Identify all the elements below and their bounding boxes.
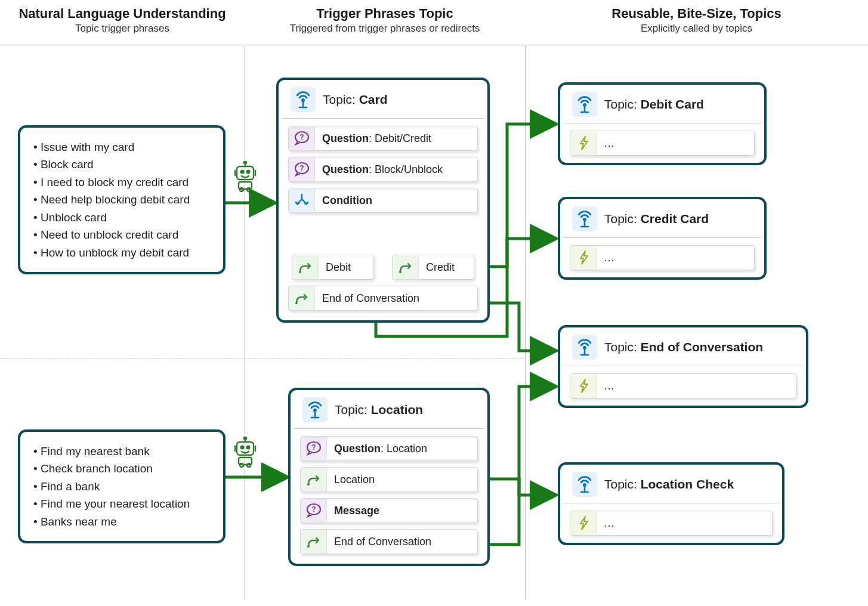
redirect-icon [301, 468, 327, 491]
redirect-node-debit: Debit [292, 255, 374, 280]
action-icon [570, 374, 597, 398]
svg-point-4 [247, 171, 250, 174]
condition-icon [289, 188, 315, 212]
col-title: Trigger Phrases Topic [245, 6, 525, 21]
message-icon [301, 499, 327, 522]
node-label: … [597, 247, 622, 269]
action-node: … [570, 511, 773, 536]
trigger-phrase: Unblock card [33, 209, 210, 226]
topic-title: Topic: Location [335, 403, 423, 417]
trigger-phrase: Need to unblock credit card [33, 226, 210, 243]
topic-header: Topic: Card [281, 80, 485, 119]
redirect-node-credit: Credit [392, 255, 474, 280]
topic-header: Topic: Debit Card [563, 85, 762, 123]
redirect-node-end: End of Conversation [300, 529, 478, 554]
condition-node: Condition [288, 188, 478, 213]
topic-title: Topic: Credit Card [604, 212, 709, 226]
nlu-phrases-location: Find my nearest bank Check branch locati… [18, 429, 226, 543]
node-label: Question: Location [327, 438, 434, 460]
topic-header: Topic: Location Check [563, 465, 780, 503]
topic-header: Topic: Credit Card [563, 199, 762, 238]
node-label: Condition [315, 190, 379, 212]
topic-panel-location: Topic: Location Question: Location Locat… [288, 388, 490, 566]
col-title: Reusable, Bite-Size, Topics [525, 6, 868, 21]
topic-mini-debit: Topic: Debit Card … [558, 82, 767, 165]
node-label: … [597, 132, 622, 154]
topic-icon [572, 472, 597, 497]
topic-icon [572, 335, 597, 360]
topic-icon [572, 92, 597, 117]
trigger-phrase: Find a bank [33, 478, 210, 495]
nlu-phrases-card: Issue with my card Block card I need to … [18, 125, 226, 274]
trigger-phrase: Find me your nearest location [33, 495, 210, 512]
node-label: Message [327, 500, 387, 522]
node-label: End of Conversation [327, 531, 438, 553]
header-divider [0, 45, 868, 45]
action-node: … [570, 131, 755, 156]
topic-title: Topic: End of Conversation [604, 340, 763, 354]
section-dashed-divider [0, 358, 525, 358]
node-label: Question: Block/Unblock [315, 159, 450, 181]
robot-icon [231, 161, 259, 192]
trigger-phrase: How to unblock my debit card [33, 244, 210, 261]
question-node: Question: Location [300, 436, 478, 461]
redirect-icon [292, 255, 319, 279]
col-subtitle: Topic trigger phrases [0, 23, 245, 35]
trigger-phrase: I need to block my credit card [33, 174, 210, 191]
col-title: Natural Language Understanding [0, 6, 245, 21]
node-label: Debit [319, 256, 358, 279]
node-label: Question: Debit/Credit [315, 128, 438, 150]
question-node: Question: Debit/Credit [288, 126, 478, 151]
question-icon [289, 126, 315, 150]
question-icon [301, 437, 327, 460]
svg-point-1 [244, 162, 246, 164]
trigger-phrase: Need help blocking debit card [33, 191, 210, 208]
column-divider-2 [525, 45, 526, 599]
action-node: … [570, 245, 755, 270]
redirect-icon [289, 286, 315, 310]
svg-point-14 [247, 446, 250, 449]
redirect-icon [301, 530, 327, 554]
redirect-icon [393, 255, 419, 279]
node-label: End of Conversation [315, 287, 427, 310]
col-subtitle: Triggered from trigger phrases or redire… [245, 23, 525, 35]
trigger-phrase: Check branch location [33, 460, 210, 477]
topic-title: Topic: Card [323, 92, 388, 107]
node-label: Credit [419, 256, 462, 279]
question-node: Question: Block/Unblock [288, 157, 478, 182]
trigger-phrase: Find my nearest bank [33, 443, 210, 460]
topic-header: Topic: End of Conversation [563, 327, 804, 366]
branch-connector [288, 219, 478, 249]
col-subtitle: Explicitly called by topics [525, 23, 868, 35]
svg-point-13 [241, 446, 244, 449]
action-icon [570, 246, 597, 270]
redirect-node-end: End of Conversation [288, 286, 478, 311]
column-header-reusable: Reusable, Bite-Size, Topics Explicitly c… [525, 6, 868, 35]
topic-mini-eoc: Topic: End of Conversation … [558, 325, 808, 408]
trigger-phrase: Issue with my card [33, 138, 210, 156]
column-header-trigger: Trigger Phrases Topic Triggered from tri… [245, 6, 525, 35]
topic-mini-credit: Topic: Credit Card … [558, 197, 767, 280]
topic-icon [572, 206, 597, 231]
topic-panel-card: Topic: Card Question: Debit/Credit Quest… [276, 78, 490, 323]
action-node: … [570, 373, 796, 398]
action-icon [570, 131, 597, 155]
topic-icon [302, 397, 328, 422]
topic-header: Topic: Location [293, 390, 485, 429]
trigger-phrase: Block card [33, 156, 210, 173]
redirect-node-location: Location [300, 467, 478, 492]
trigger-phrase: Banks near me [33, 513, 210, 530]
question-icon [289, 157, 315, 181]
topic-icon [291, 87, 316, 112]
column-divider-1 [245, 45, 245, 599]
message-node: Message [300, 498, 478, 523]
svg-point-11 [244, 437, 246, 440]
svg-point-3 [241, 171, 244, 174]
node-label: … [597, 375, 622, 397]
topic-title: Topic: Location Check [604, 477, 734, 491]
action-icon [570, 511, 597, 535]
topic-title: Topic: Debit Card [604, 97, 704, 112]
node-label: Location [327, 469, 382, 491]
robot-icon [231, 437, 259, 468]
node-label: … [597, 512, 622, 534]
